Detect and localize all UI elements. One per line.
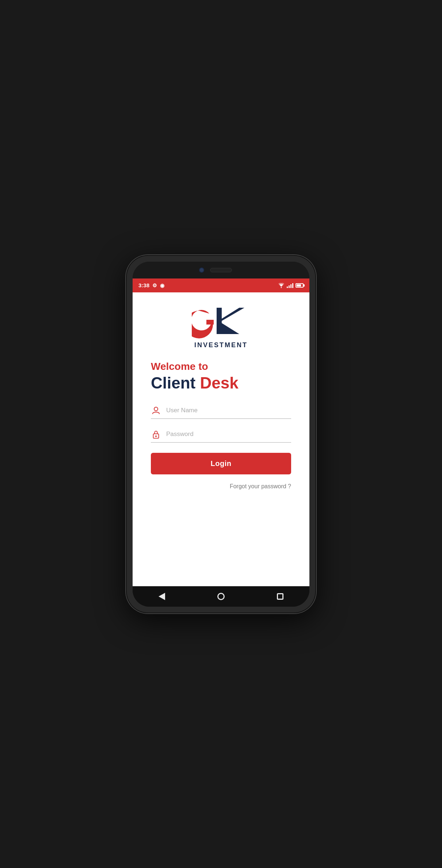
svg-rect-7 — [155, 435, 157, 437]
phone-nav-bar — [133, 586, 309, 607]
app-title-client: Client — [151, 374, 195, 392]
lock-icon — [151, 429, 161, 439]
logo-area: INVESTMENT — [151, 307, 291, 349]
brand-logo: INVESTMENT — [192, 307, 250, 349]
speaker-grille — [210, 268, 232, 272]
front-camera — [199, 268, 204, 273]
home-button[interactable] — [217, 593, 225, 600]
app-title-desk: Desk — [200, 374, 238, 392]
svg-marker-4 — [222, 321, 244, 334]
svg-marker-3 — [222, 308, 244, 321]
forgot-password-area: Forgot your password ? — [151, 483, 291, 490]
phone-screen-wrapper: 3:38 ⚙ ◉ — [133, 262, 309, 607]
back-icon — [159, 593, 165, 600]
person-icon — [151, 406, 161, 415]
phone-hardware-top — [133, 262, 309, 278]
back-button[interactable] — [159, 593, 165, 600]
app-title-line: Client Desk — [151, 374, 239, 392]
svg-point-5 — [154, 407, 158, 411]
username-field-wrapper — [151, 405, 291, 419]
radio-icon: ◉ — [160, 283, 164, 288]
status-right-group — [278, 283, 304, 288]
settings-icon: ⚙ — [152, 283, 157, 288]
phone-device: 3:38 ⚙ ◉ — [126, 255, 316, 613]
investment-label: INVESTMENT — [194, 341, 248, 349]
status-bar: 3:38 ⚙ ◉ — [133, 278, 309, 292]
svg-rect-2 — [217, 308, 222, 334]
status-left-group: 3:38 ⚙ ◉ — [138, 282, 164, 288]
wifi-icon — [278, 283, 285, 288]
username-input[interactable] — [166, 405, 291, 416]
welcome-heading: Welcome to — [151, 361, 208, 372]
password-input[interactable] — [166, 429, 291, 439]
phone-screen: 3:38 ⚙ ◉ — [133, 278, 309, 586]
recent-icon — [277, 593, 283, 600]
svg-rect-1 — [206, 320, 214, 325]
home-icon — [217, 593, 225, 600]
signal-icon — [287, 283, 293, 288]
forgot-password-link[interactable]: Forgot your password ? — [230, 483, 291, 490]
password-field-wrapper — [151, 429, 291, 443]
status-time: 3:38 — [138, 282, 149, 288]
gk-logo-svg — [192, 307, 250, 340]
login-button[interactable]: Login — [151, 453, 291, 474]
app-content: INVESTMENT Welcome to Client Desk — [133, 292, 309, 586]
svg-point-0 — [281, 287, 282, 288]
recent-button[interactable] — [277, 593, 283, 600]
battery-icon — [296, 283, 304, 288]
